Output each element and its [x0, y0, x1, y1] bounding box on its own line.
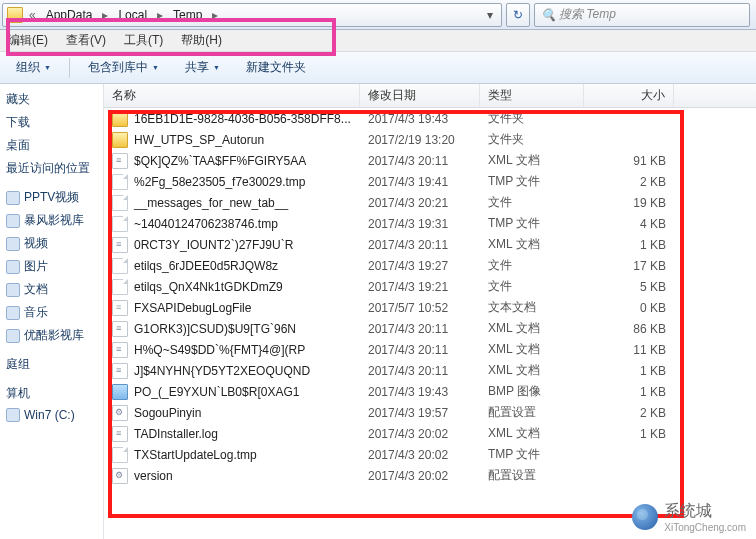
address-bar-row: « AppData ▸ Local ▸ Temp ▸ ▾ ↻ 🔍 搜索 Temp: [0, 0, 756, 30]
file-icon: [112, 447, 128, 463]
address-dropdown-icon[interactable]: ▾: [483, 8, 497, 22]
column-name[interactable]: 名称: [104, 84, 360, 107]
sidebar-item-video[interactable]: 视频: [0, 232, 103, 255]
video-icon: [6, 237, 20, 251]
table-row[interactable]: SogouPinyin2017/4/3 19:57配置设置2 KB: [104, 402, 756, 423]
file-date: 2017/4/3 20:11: [360, 238, 480, 252]
chevron-left-icon[interactable]: «: [27, 8, 38, 22]
file-icon: [112, 195, 128, 211]
breadcrumb-local[interactable]: Local: [114, 8, 151, 22]
file-icon: [112, 384, 128, 400]
file-list-panel: 名称 修改日期 类型 大小 16EB1D1E-9828-4036-B056-35…: [104, 84, 756, 539]
sidebar-item-pptv[interactable]: PPTV视频: [0, 186, 103, 209]
sidebar-item-baofeng[interactable]: 暴风影视库: [0, 209, 103, 232]
video-icon: [6, 191, 20, 205]
menu-help[interactable]: 帮助(H): [179, 32, 224, 49]
table-row[interactable]: H%Q~S49$DD`%{FMT}4@](RP2017/4/3 20:11XML…: [104, 339, 756, 360]
table-row[interactable]: HW_UTPS_SP_Autorun2017/2/19 13:20文件夹: [104, 129, 756, 150]
table-row[interactable]: etilqs_6rJDEE0d5RJQW8z2017/4/3 19:27文件17…: [104, 255, 756, 276]
file-date: 2017/4/3 19:21: [360, 280, 480, 294]
file-name: ~14040124706238746.tmp: [134, 217, 278, 231]
search-placeholder: 搜索 Temp: [559, 6, 616, 23]
file-date: 2017/4/3 19:57: [360, 406, 480, 420]
sidebar-item-computer[interactable]: 算机: [0, 382, 103, 405]
file-type: 文件夹: [480, 110, 584, 127]
file-size: 0 KB: [584, 301, 674, 315]
column-type[interactable]: 类型: [480, 84, 584, 107]
table-row[interactable]: version2017/4/3 20:02配置设置: [104, 465, 756, 486]
workspace: 藏夹 下载 桌面 最近访问的位置 PPTV视频 暴风影视库 视频 图片 文档 音…: [0, 84, 756, 539]
file-type: 文件: [480, 257, 584, 274]
table-row[interactable]: G1ORK3)]CSUD)$U9[TG`96N2017/4/3 20:11XML…: [104, 318, 756, 339]
file-name: SogouPinyin: [134, 406, 201, 420]
file-icon: [112, 342, 128, 358]
file-icon: [112, 153, 128, 169]
sidebar-item-favorites[interactable]: 藏夹: [0, 88, 103, 111]
command-toolbar: 组织▼ 包含到库中▼ 共享▼ 新建文件夹: [0, 52, 756, 84]
table-row[interactable]: etilqs_QnX4Nk1tGDKDmZ92017/4/3 19:21文件5 …: [104, 276, 756, 297]
file-icon: [112, 405, 128, 421]
sidebar-item-downloads[interactable]: 下载: [0, 111, 103, 134]
column-size[interactable]: 大小: [584, 84, 674, 107]
file-type: TMP 文件: [480, 446, 584, 463]
file-icon: [112, 321, 128, 337]
file-type: XML 文档: [480, 341, 584, 358]
file-date: 2017/4/3 19:31: [360, 217, 480, 231]
newfolder-button[interactable]: 新建文件夹: [238, 56, 314, 79]
file-size: 5 KB: [584, 280, 674, 294]
menu-view[interactable]: 查看(V): [64, 32, 108, 49]
table-row[interactable]: %2Fg_58e23505_f7e30029.tmp2017/4/3 19:41…: [104, 171, 756, 192]
file-size: 91 KB: [584, 154, 674, 168]
search-input[interactable]: 🔍 搜索 Temp: [534, 3, 750, 27]
table-row[interactable]: PO_(_E9YXUN`LB0$R[0XAG12017/4/3 19:43BMP…: [104, 381, 756, 402]
sidebar-item-homegroup[interactable]: 庭组: [0, 353, 103, 376]
breadcrumb-appdata[interactable]: AppData: [42, 8, 97, 22]
file-date: 2017/5/7 10:52: [360, 301, 480, 315]
file-size: 1 KB: [584, 364, 674, 378]
file-name: version: [134, 469, 173, 483]
table-row[interactable]: 16EB1D1E-9828-4036-B056-358DFF8...2017/4…: [104, 108, 756, 129]
menu-edit[interactable]: 编辑(E): [6, 32, 50, 49]
file-date: 2017/4/3 19:27: [360, 259, 480, 273]
table-row[interactable]: $QK]QZ%`TAA$FF%FGIRY5AA2017/4/3 20:11XML…: [104, 150, 756, 171]
file-type: 文本文档: [480, 299, 584, 316]
refresh-button[interactable]: ↻: [506, 3, 530, 27]
table-row[interactable]: 0RCT3Y_IOUNT2`)27FJ9U`R2017/4/3 20:11XML…: [104, 234, 756, 255]
sidebar-item-pictures[interactable]: 图片: [0, 255, 103, 278]
file-icon: [112, 111, 128, 127]
share-button[interactable]: 共享▼: [177, 56, 228, 79]
file-type: XML 文档: [480, 320, 584, 337]
file-type: TMP 文件: [480, 215, 584, 232]
menu-tools[interactable]: 工具(T): [122, 32, 165, 49]
file-date: 2017/4/3 20:21: [360, 196, 480, 210]
include-button[interactable]: 包含到库中▼: [80, 56, 167, 79]
pictures-icon: [6, 260, 20, 274]
breadcrumb-temp[interactable]: Temp: [169, 8, 206, 22]
table-row[interactable]: __messages_for_new_tab__2017/4/3 20:21文件…: [104, 192, 756, 213]
organize-button[interactable]: 组织▼: [8, 56, 59, 79]
table-row[interactable]: FXSAPIDebugLogFile2017/5/7 10:52文本文档0 KB: [104, 297, 756, 318]
file-size: 2 KB: [584, 175, 674, 189]
file-icon: [112, 237, 128, 253]
sidebar-item-recent[interactable]: 最近访问的位置: [0, 157, 103, 180]
sidebar-item-win7-c[interactable]: Win7 (C:): [0, 405, 103, 425]
table-row[interactable]: TADInstaller.log2017/4/3 20:02XML 文档1 KB: [104, 423, 756, 444]
sidebar-item-desktop[interactable]: 桌面: [0, 134, 103, 157]
sidebar-item-youku[interactable]: 优酷影视库: [0, 324, 103, 347]
table-row[interactable]: J]$4NYHN{YD5YT2XEOQUQND2017/4/3 20:11XML…: [104, 360, 756, 381]
address-bar[interactable]: « AppData ▸ Local ▸ Temp ▸ ▾: [2, 3, 502, 27]
file-type: XML 文档: [480, 236, 584, 253]
music-icon: [6, 306, 20, 320]
file-name: HW_UTPS_SP_Autorun: [134, 133, 264, 147]
table-row[interactable]: TXStartUpdateLog.tmp2017/4/3 20:02TMP 文件: [104, 444, 756, 465]
column-date[interactable]: 修改日期: [360, 84, 480, 107]
table-row[interactable]: ~14040124706238746.tmp2017/4/3 19:31TMP …: [104, 213, 756, 234]
watermark-text: 系统城: [664, 501, 746, 522]
watermark-logo-icon: [632, 504, 658, 530]
file-icon: [112, 258, 128, 274]
watermark-url: XiTongCheng.com: [664, 522, 746, 533]
sidebar-item-music[interactable]: 音乐: [0, 301, 103, 324]
sidebar-item-documents[interactable]: 文档: [0, 278, 103, 301]
file-icon: [112, 132, 128, 148]
chevron-right-icon: ▸: [210, 8, 220, 22]
